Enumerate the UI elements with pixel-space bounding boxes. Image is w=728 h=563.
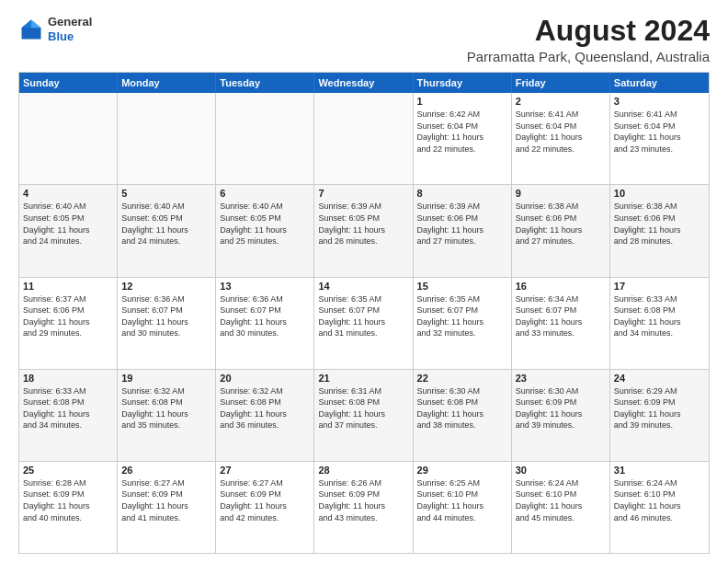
cell-info: Sunrise: 6:27 AM Sunset: 6:09 PM Dayligh… [121,477,211,523]
calendar-cell: 24Sunrise: 6:29 AM Sunset: 6:09 PM Dayli… [610,370,709,461]
cell-info: Sunrise: 6:28 AM Sunset: 6:09 PM Dayligh… [23,477,113,523]
day-number: 8 [417,188,507,199]
day-number: 9 [516,188,606,199]
weekday-header-wednesday: Wednesday [314,73,413,93]
calendar: SundayMondayTuesdayWednesdayThursdayFrid… [18,72,710,554]
calendar-cell: 9Sunrise: 6:38 AM Sunset: 6:06 PM Daylig… [512,185,610,276]
day-number: 7 [318,188,408,199]
day-number: 23 [516,373,606,384]
calendar-cell: 30Sunrise: 6:24 AM Sunset: 6:10 PM Dayli… [512,462,610,553]
cell-info: Sunrise: 6:25 AM Sunset: 6:10 PM Dayligh… [417,477,507,523]
logo-icon [18,17,44,42]
day-number: 21 [318,373,408,384]
calendar-cell: 23Sunrise: 6:30 AM Sunset: 6:09 PM Dayli… [512,370,610,461]
cell-info: Sunrise: 6:35 AM Sunset: 6:07 PM Dayligh… [318,293,408,339]
day-number: 12 [121,281,211,292]
day-number: 30 [516,465,606,476]
day-number: 29 [417,465,507,476]
day-number: 18 [23,373,113,384]
calendar-cell: 27Sunrise: 6:27 AM Sunset: 6:09 PM Dayli… [216,462,314,553]
day-number: 24 [614,373,705,384]
logo-text: General Blue [48,15,92,43]
cell-info: Sunrise: 6:40 AM Sunset: 6:05 PM Dayligh… [220,201,310,247]
cell-info: Sunrise: 6:31 AM Sunset: 6:08 PM Dayligh… [318,385,408,431]
calendar-cell: 14Sunrise: 6:35 AM Sunset: 6:07 PM Dayli… [314,278,413,369]
calendar-cell [19,93,118,184]
cell-info: Sunrise: 6:36 AM Sunset: 6:07 PM Dayligh… [121,293,211,339]
calendar-cell: 21Sunrise: 6:31 AM Sunset: 6:08 PM Dayli… [314,370,413,461]
calendar-row-2: 4Sunrise: 6:40 AM Sunset: 6:05 PM Daylig… [19,184,709,276]
cell-info: Sunrise: 6:32 AM Sunset: 6:08 PM Dayligh… [121,385,211,431]
day-number: 28 [318,465,408,476]
calendar-cell: 6Sunrise: 6:40 AM Sunset: 6:05 PM Daylig… [216,185,314,276]
cell-info: Sunrise: 6:36 AM Sunset: 6:07 PM Dayligh… [220,293,310,339]
calendar-cell [216,93,314,184]
day-number: 5 [121,188,211,199]
svg-marker-2 [22,19,32,28]
calendar-row-1: 1Sunrise: 6:42 AM Sunset: 6:04 PM Daylig… [19,93,709,184]
header: General Blue August 2024 Parramatta Park… [18,15,710,64]
weekday-header-tuesday: Tuesday [216,73,314,93]
weekday-header-friday: Friday [512,73,610,93]
weekday-header-monday: Monday [118,73,216,93]
calendar-cell: 12Sunrise: 6:36 AM Sunset: 6:07 PM Dayli… [118,278,216,369]
day-number: 11 [23,281,113,292]
cell-info: Sunrise: 6:42 AM Sunset: 6:04 PM Dayligh… [417,109,507,155]
calendar-cell: 4Sunrise: 6:40 AM Sunset: 6:05 PM Daylig… [19,185,118,276]
logo-general: General [48,15,92,29]
cell-info: Sunrise: 6:30 AM Sunset: 6:08 PM Dayligh… [417,385,507,431]
cell-info: Sunrise: 6:38 AM Sunset: 6:06 PM Dayligh… [614,201,705,247]
cell-info: Sunrise: 6:35 AM Sunset: 6:07 PM Dayligh… [417,293,507,339]
cell-info: Sunrise: 6:33 AM Sunset: 6:08 PM Dayligh… [614,293,705,339]
calendar-cell: 15Sunrise: 6:35 AM Sunset: 6:07 PM Dayli… [414,278,512,369]
calendar-cell: 17Sunrise: 6:33 AM Sunset: 6:08 PM Dayli… [610,278,709,369]
calendar-cell: 8Sunrise: 6:39 AM Sunset: 6:06 PM Daylig… [414,185,512,276]
day-number: 2 [516,96,606,107]
month-year: August 2024 [467,15,710,47]
cell-info: Sunrise: 6:40 AM Sunset: 6:05 PM Dayligh… [121,201,211,247]
calendar-body: 1Sunrise: 6:42 AM Sunset: 6:04 PM Daylig… [19,93,709,553]
calendar-cell: 2Sunrise: 6:41 AM Sunset: 6:04 PM Daylig… [512,93,610,184]
day-number: 14 [318,281,408,292]
calendar-cell: 16Sunrise: 6:34 AM Sunset: 6:07 PM Dayli… [512,278,610,369]
cell-info: Sunrise: 6:38 AM Sunset: 6:06 PM Dayligh… [516,201,606,247]
cell-info: Sunrise: 6:29 AM Sunset: 6:09 PM Dayligh… [614,385,705,431]
day-number: 17 [614,281,705,292]
title-block: August 2024 Parramatta Park, Queensland,… [467,15,710,64]
day-number: 13 [220,281,310,292]
day-number: 1 [417,96,507,107]
day-number: 25 [23,465,113,476]
calendar-cell: 13Sunrise: 6:36 AM Sunset: 6:07 PM Dayli… [216,278,314,369]
calendar-cell: 26Sunrise: 6:27 AM Sunset: 6:09 PM Dayli… [118,462,216,553]
day-number: 19 [121,373,211,384]
page: General Blue August 2024 Parramatta Park… [0,0,728,563]
cell-info: Sunrise: 6:24 AM Sunset: 6:10 PM Dayligh… [516,477,606,523]
day-number: 27 [220,465,310,476]
day-number: 26 [121,465,211,476]
day-number: 4 [23,188,113,199]
cell-info: Sunrise: 6:27 AM Sunset: 6:09 PM Dayligh… [220,477,310,523]
cell-info: Sunrise: 6:41 AM Sunset: 6:04 PM Dayligh… [614,109,705,155]
cell-info: Sunrise: 6:33 AM Sunset: 6:08 PM Dayligh… [23,385,113,431]
calendar-cell: 1Sunrise: 6:42 AM Sunset: 6:04 PM Daylig… [414,93,512,184]
calendar-row-3: 11Sunrise: 6:37 AM Sunset: 6:06 PM Dayli… [19,277,709,369]
cell-info: Sunrise: 6:26 AM Sunset: 6:09 PM Dayligh… [318,477,408,523]
cell-info: Sunrise: 6:30 AM Sunset: 6:09 PM Dayligh… [516,385,606,431]
calendar-cell: 19Sunrise: 6:32 AM Sunset: 6:08 PM Dayli… [118,370,216,461]
calendar-cell: 18Sunrise: 6:33 AM Sunset: 6:08 PM Dayli… [19,370,118,461]
calendar-header: SundayMondayTuesdayWednesdayThursdayFrid… [19,73,709,93]
calendar-cell: 31Sunrise: 6:24 AM Sunset: 6:10 PM Dayli… [610,462,709,553]
day-number: 15 [417,281,507,292]
calendar-cell: 7Sunrise: 6:39 AM Sunset: 6:05 PM Daylig… [314,185,413,276]
cell-info: Sunrise: 6:40 AM Sunset: 6:05 PM Dayligh… [23,201,113,247]
calendar-cell: 10Sunrise: 6:38 AM Sunset: 6:06 PM Dayli… [610,185,709,276]
day-number: 6 [220,188,310,199]
calendar-cell: 28Sunrise: 6:26 AM Sunset: 6:09 PM Dayli… [314,462,413,553]
calendar-cell: 5Sunrise: 6:40 AM Sunset: 6:05 PM Daylig… [118,185,216,276]
day-number: 31 [614,465,705,476]
day-number: 16 [516,281,606,292]
weekday-header-thursday: Thursday [414,73,512,93]
cell-info: Sunrise: 6:24 AM Sunset: 6:10 PM Dayligh… [614,477,705,523]
cell-info: Sunrise: 6:39 AM Sunset: 6:05 PM Dayligh… [318,201,408,247]
calendar-cell: 11Sunrise: 6:37 AM Sunset: 6:06 PM Dayli… [19,278,118,369]
